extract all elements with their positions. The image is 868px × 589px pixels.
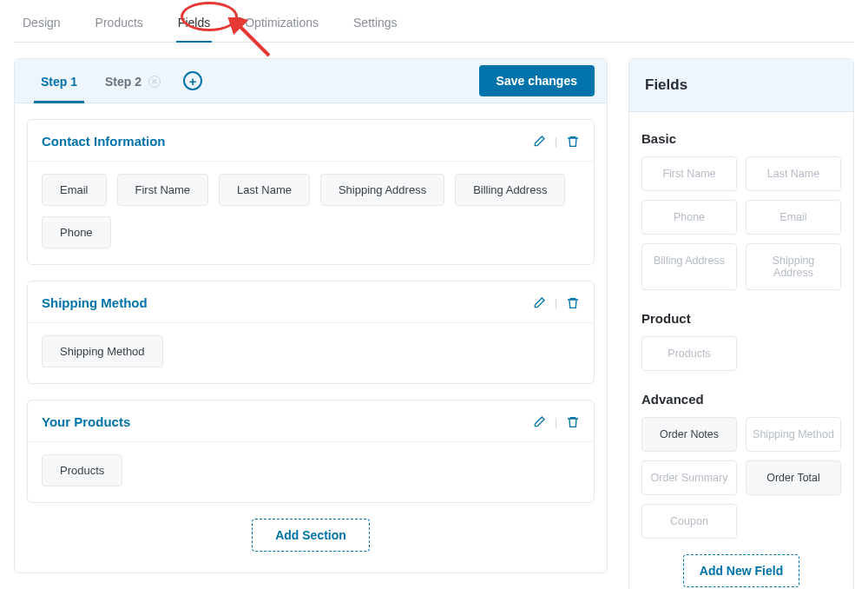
nav-tab-design[interactable]: Design (21, 12, 62, 33)
group-label-basic: Basic (641, 131, 841, 146)
section-card-shipping-method: Shipping Method | S (27, 281, 595, 384)
icon-divider: | (555, 416, 557, 428)
field-chip[interactable]: Last Name (219, 174, 310, 206)
sections-container: Contact Information | (15, 103, 607, 572)
field-tile-order-summary[interactable]: Order Summary (641, 460, 737, 495)
section-card-contact-information: Contact Information | (27, 119, 595, 265)
field-tile-shipping-method[interactable]: Shipping Method (746, 417, 841, 452)
field-chip[interactable]: Products (42, 454, 122, 486)
field-tile-last-name[interactable]: Last Name (746, 156, 841, 191)
step-tab-2-label: Step 2 (105, 75, 141, 89)
top-nav: Design Products Fields Optimizations Set… (14, 0, 854, 43)
field-tile-products[interactable]: Products (641, 336, 737, 371)
section-card-your-products: Your Products | Pro (27, 400, 595, 503)
field-tile-phone[interactable]: Phone (641, 200, 737, 235)
fields-sidebar: Fields Basic First Name Last Name Phone … (628, 58, 854, 589)
section-title: Shipping Method (42, 295, 148, 310)
step-tab-1[interactable]: Step 1 (27, 59, 91, 103)
icon-divider: | (555, 136, 557, 148)
field-tile-shipping-address[interactable]: Shipping Address (746, 243, 841, 290)
edit-section-icon[interactable] (532, 296, 546, 310)
field-chip[interactable]: First Name (117, 174, 209, 206)
section-title: Contact Information (42, 134, 166, 149)
icon-divider: | (555, 297, 557, 309)
step-tab-1-label: Step 1 (41, 75, 77, 89)
field-tile-first-name[interactable]: First Name (641, 156, 737, 191)
field-tile-email[interactable]: Email (746, 200, 841, 235)
field-chip[interactable]: Email (42, 174, 107, 206)
field-tile-order-notes[interactable]: Order Notes (641, 417, 737, 452)
step-tab-2[interactable]: Step 2 ✕ (91, 59, 174, 103)
add-new-field-button[interactable]: Add New Field (683, 554, 799, 587)
nav-tab-fields[interactable]: Fields (176, 12, 212, 33)
step-header: Step 1 Step 2 ✕ + Save changes (15, 59, 607, 103)
edit-section-icon[interactable] (532, 135, 546, 149)
close-step-icon[interactable]: ✕ (148, 76, 161, 88)
field-chip[interactable]: Billing Address (455, 174, 565, 206)
save-button[interactable]: Save changes (479, 65, 595, 96)
main-panel: Step 1 Step 2 ✕ + Save changes Contact I… (14, 58, 608, 573)
edit-section-icon[interactable] (532, 415, 546, 429)
add-step-button[interactable]: + (183, 71, 202, 90)
sidebar-title: Fields (629, 59, 853, 112)
field-tile-coupon[interactable]: Coupon (641, 504, 737, 539)
group-label-product: Product (641, 311, 841, 326)
nav-tab-settings[interactable]: Settings (352, 12, 399, 33)
field-chip[interactable]: Phone (42, 216, 111, 248)
delete-section-icon[interactable] (566, 135, 580, 149)
field-chip[interactable]: Shipping Method (42, 335, 163, 367)
group-label-advanced: Advanced (641, 392, 841, 407)
delete-section-icon[interactable] (566, 296, 580, 310)
field-tile-order-total[interactable]: Order Total (746, 460, 841, 495)
field-tile-billing-address[interactable]: Billing Address (641, 243, 737, 290)
delete-section-icon[interactable] (566, 415, 580, 429)
nav-tab-optimizations[interactable]: Optimizations (243, 12, 320, 33)
nav-tab-products[interactable]: Products (94, 12, 145, 33)
section-title: Your Products (42, 414, 130, 429)
add-section-button[interactable]: Add Section (252, 519, 370, 552)
field-chip[interactable]: Shipping Address (320, 174, 444, 206)
